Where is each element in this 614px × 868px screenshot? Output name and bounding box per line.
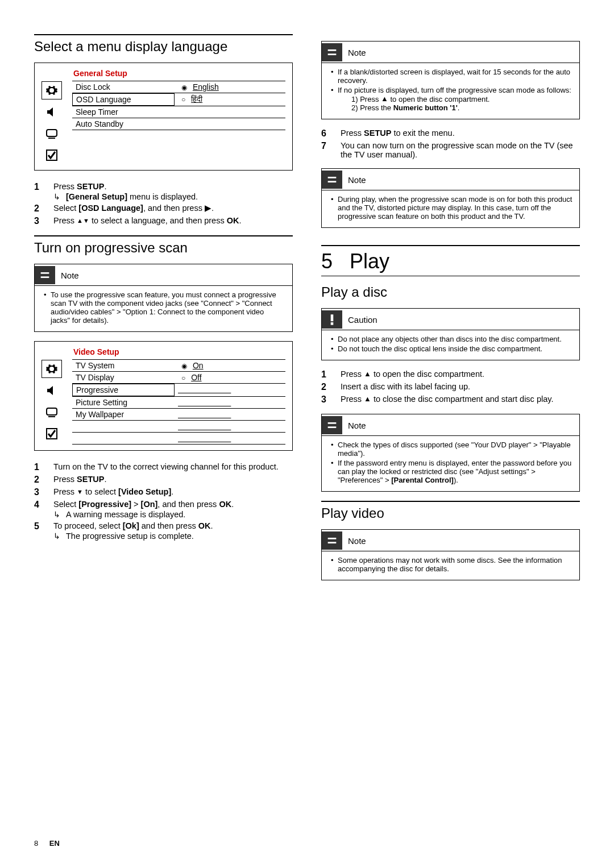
page-footer: 8 EN: [34, 839, 60, 848]
section-title-play-disc: Play a disc: [321, 281, 580, 300]
page-number: 8: [34, 839, 38, 848]
gear-icon: [42, 360, 62, 378]
menu-item: Disc Lock: [72, 81, 175, 93]
caution-callout: Caution Do not place any objects other t…: [321, 308, 580, 360]
note-callout: Note To use the progressive scan feature…: [34, 264, 293, 332]
menu-item: Auto Standby: [72, 118, 175, 130]
svg-rect-12: [331, 315, 333, 321]
menu-item: TV System: [72, 360, 175, 371]
chapter-heading: 5 Play: [321, 245, 580, 276]
steps-progressive: 1Turn on the TV to the correct viewing c…: [34, 462, 293, 541]
menu-item: OSD Language: [72, 93, 175, 106]
speaker-icon: [42, 103, 62, 121]
note-icon: [35, 266, 55, 284]
setup-menu-list: TV System◉ On TV Display○ Off Progressiv…: [72, 360, 285, 445]
menu-item: Picture Setting: [72, 397, 175, 408]
panel-title: Video Setup: [73, 347, 285, 356]
note-icon: [322, 531, 342, 550]
steps-play-disc: 1Press ▲ to open the disc compartment. 2…: [321, 369, 580, 405]
steps-continued: 6Press SETUP to exit the menu. 7You can …: [321, 128, 580, 159]
setup-icon-column: [42, 81, 64, 164]
eject-icon: ▲: [364, 369, 371, 378]
note-callout: Note Check the types of discs supported …: [321, 414, 580, 492]
video-setup-panel: Video Setup TV System◉ On TV Display○ Of…: [34, 341, 293, 451]
svg-rect-0: [47, 130, 57, 136]
section-title-play-video: Play video: [321, 501, 580, 521]
caution-icon: [322, 310, 342, 329]
screen-icon: [42, 124, 62, 143]
section-title-progressive: Turn on progressive scan: [34, 235, 293, 256]
note-callout: Note If a blank/distorted screen is disp…: [321, 41, 580, 119]
menu-item: Sleep Timer: [72, 106, 175, 118]
menu-item: My Wallpaper: [72, 409, 175, 420]
setup-icon-column: [42, 360, 64, 443]
svg-rect-5: [47, 408, 57, 415]
screen-icon: [42, 403, 62, 421]
note-callout: Note During play, when the progressive s…: [321, 168, 580, 228]
gear-icon: [42, 81, 62, 99]
general-setup-panel: General Setup Disc Lock◉ English OSD Lan…: [34, 63, 293, 171]
note-callout: Note Some operations may not work with s…: [321, 529, 580, 580]
menu-item: TV Display: [72, 372, 175, 383]
eject-icon: ▲: [381, 94, 388, 103]
note-icon: [322, 416, 342, 434]
steps-menu-language: 1Press SETUP. [General Setup] menu is di…: [34, 182, 293, 226]
note-icon: [322, 43, 342, 61]
check-icon: [42, 146, 62, 164]
speaker-icon: [42, 381, 62, 400]
svg-rect-13: [331, 323, 333, 325]
eject-icon: ▲: [364, 394, 371, 403]
section-title-menu-language: Select a menu display language: [34, 34, 293, 55]
menu-item: Progressive: [72, 384, 175, 396]
language-code: EN: [49, 839, 60, 848]
setup-menu-list: Disc Lock◉ English OSD Language○ हिंदी S…: [72, 81, 285, 130]
note-icon: [322, 171, 342, 189]
check-icon: [42, 425, 62, 443]
panel-title: General Setup: [73, 69, 285, 78]
